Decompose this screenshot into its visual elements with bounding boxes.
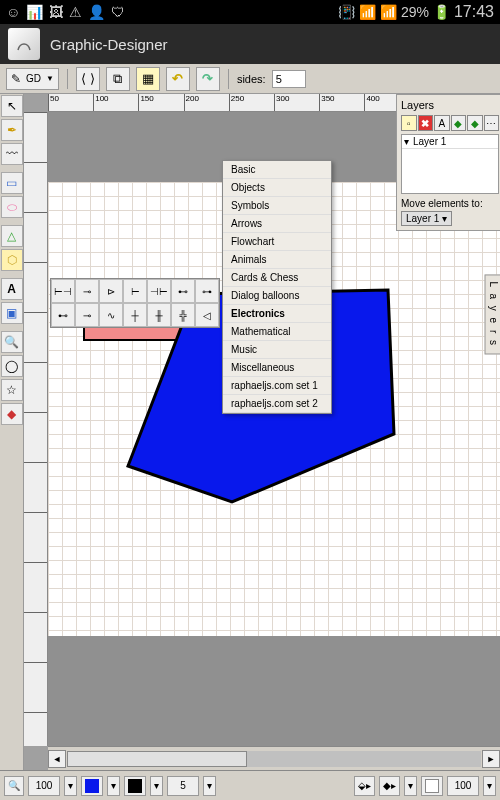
ruler-tick: 350 — [319, 94, 364, 112]
component-cell[interactable]: ⊶ — [195, 279, 219, 303]
opacity-dropdown[interactable]: ▾ — [483, 776, 496, 796]
ruler-tick — [24, 312, 47, 362]
magnifier-icon: 🔍 — [4, 335, 19, 349]
pen-tool[interactable]: ✒ — [1, 119, 23, 141]
star-tool[interactable]: ☆ — [1, 379, 23, 401]
component-cell[interactable]: ╫ — [147, 303, 171, 327]
grid-toggle-button[interactable]: ▦ — [136, 67, 160, 91]
component-cell[interactable]: ⊷ — [51, 303, 75, 327]
path-tool[interactable]: 〰 — [1, 143, 23, 165]
component-cell[interactable]: ⊢ — [123, 279, 147, 303]
menu-item[interactable]: Miscellaneous — [223, 359, 331, 377]
fill-tool[interactable]: ⬙▸ — [354, 776, 375, 796]
select-tool[interactable]: ↖ — [1, 95, 23, 117]
menu-item[interactable]: Dialog balloons — [223, 287, 331, 305]
layer-dropdown-icon[interactable]: ▾ — [404, 136, 409, 147]
rect-tool[interactable]: ▭ — [1, 172, 23, 194]
menu-item[interactable]: Basic — [223, 161, 331, 179]
ruler-tick — [24, 712, 47, 762]
menu-item[interactable]: Cards & Chess — [223, 269, 331, 287]
gradient-tool[interactable]: ◆▸ — [379, 776, 400, 796]
horizontal-scrollbar[interactable]: ◄ ► — [48, 746, 500, 770]
layer-more-button[interactable]: ⋯ — [484, 115, 500, 131]
person-icon: 👤 — [88, 4, 105, 20]
menu-item[interactable]: Mathematical — [223, 323, 331, 341]
menu-item[interactable]: raphaeljs.com set 1 — [223, 377, 331, 395]
fill-dropdown[interactable]: ▾ — [107, 776, 120, 796]
ruler-tick — [24, 462, 47, 512]
stroke-dropdown[interactable]: ▾ — [150, 776, 163, 796]
redo-button[interactable]: ↷ — [196, 67, 220, 91]
component-cell[interactable]: ⊳ — [99, 279, 123, 303]
stroke-width-dropdown[interactable]: ▾ — [203, 776, 216, 796]
document-dropdown[interactable]: ✎ GD ▼ — [6, 68, 59, 90]
menu-item[interactable]: Arrows — [223, 215, 331, 233]
layer-up-button[interactable]: ◆ — [451, 115, 467, 131]
layer-row[interactable]: ▾ Layer 1 — [402, 135, 498, 149]
undo-icon: ↶ — [172, 71, 183, 86]
scroll-thumb[interactable] — [67, 751, 247, 767]
menu-item[interactable]: Objects — [223, 179, 331, 197]
image-icon: ▣ — [6, 306, 17, 320]
delete-layer-button[interactable]: ✖ — [418, 115, 434, 131]
move-target-select[interactable]: Layer 1 ▾ — [401, 211, 452, 226]
component-cell[interactable]: ⊷ — [171, 279, 195, 303]
zoom-icon-button[interactable]: 🔍 — [4, 776, 24, 796]
shape-tool[interactable]: ◯ — [1, 355, 23, 377]
ruler-tick — [24, 162, 47, 212]
zoom-tool[interactable]: 🔍 — [1, 331, 23, 353]
code-view-button[interactable]: ⟨ ⟩ — [76, 67, 100, 91]
bg-swatch[interactable] — [421, 776, 443, 796]
menu-item[interactable]: Animals — [223, 251, 331, 269]
menu-item[interactable]: Electronics — [223, 305, 331, 323]
component-cell[interactable]: ◁ — [195, 303, 219, 327]
ellipse-tool[interactable]: ⬭ — [1, 196, 23, 218]
diamond-icon: ◆ — [7, 407, 16, 421]
fill-swatch[interactable] — [81, 776, 103, 796]
layers-tab-label[interactable]: L a y e r s — [485, 274, 500, 354]
menu-item[interactable]: Music — [223, 341, 331, 359]
left-tool-strip: ↖ ✒ 〰 ▭ ⬭ △ ⬡ A ▣ 🔍 ◯ ☆ ◆ — [0, 94, 24, 770]
component-cell[interactable]: ∿ — [99, 303, 123, 327]
layer-down-button[interactable]: ◆ — [467, 115, 483, 131]
separator — [1, 326, 23, 329]
image-tool[interactable]: ▣ — [1, 302, 23, 324]
stroke-swatch[interactable] — [124, 776, 146, 796]
triangle-tool[interactable]: △ — [1, 225, 23, 247]
scroll-track[interactable] — [67, 751, 481, 767]
zoom-dropdown[interactable]: ▾ — [64, 776, 77, 796]
zoom-value[interactable]: 100 — [28, 776, 60, 796]
menu-item[interactable]: raphaeljs.com set 2 — [223, 395, 331, 413]
pointer-icon: ↖ — [7, 99, 17, 113]
status-left-icons: ☺ 📊 🖼 ⚠ 👤 🛡 — [6, 4, 125, 20]
component-cell[interactable]: ╬ — [171, 303, 195, 327]
text-tool[interactable]: A — [1, 278, 23, 300]
status-right-icons: 📳 📶 📶 29% 🔋 17:43 — [338, 3, 494, 21]
pen-icon: ✒ — [7, 123, 17, 137]
triangle-icon: △ — [7, 229, 16, 243]
eyedropper-tool[interactable]: ◆ — [1, 403, 23, 425]
black-swatch — [128, 779, 142, 793]
menu-item[interactable]: Symbols — [223, 197, 331, 215]
stroke-width-value[interactable]: 5 — [167, 776, 199, 796]
component-cell[interactable]: ⊣⊢ — [147, 279, 171, 303]
new-layer-button[interactable]: ▫ — [401, 115, 417, 131]
scroll-left-button[interactable]: ◄ — [48, 750, 66, 768]
ruler-tick: 150 — [138, 94, 183, 112]
sides-input[interactable] — [272, 70, 306, 88]
component-cell[interactable]: ⊸ — [75, 279, 99, 303]
menu-item[interactable]: Flowchart — [223, 233, 331, 251]
image-icon: 🖼 — [49, 4, 63, 20]
component-cell[interactable]: ⊸ — [75, 303, 99, 327]
code-icon: ⟨ ⟩ — [81, 71, 95, 86]
scroll-right-button[interactable]: ► — [482, 750, 500, 768]
polygon-tool[interactable]: ⬡ — [1, 249, 23, 271]
copy-button[interactable]: ⧉ — [106, 67, 130, 91]
stroke-style-dropdown[interactable]: ▾ — [404, 776, 417, 796]
move-elements-label: Move elements to: — [401, 198, 499, 209]
component-cell[interactable]: ⊢⊣ — [51, 279, 75, 303]
rename-layer-button[interactable]: A — [434, 115, 450, 131]
opacity-value[interactable]: 100 — [447, 776, 479, 796]
undo-button[interactable]: ↶ — [166, 67, 190, 91]
component-cell[interactable]: ┼ — [123, 303, 147, 327]
